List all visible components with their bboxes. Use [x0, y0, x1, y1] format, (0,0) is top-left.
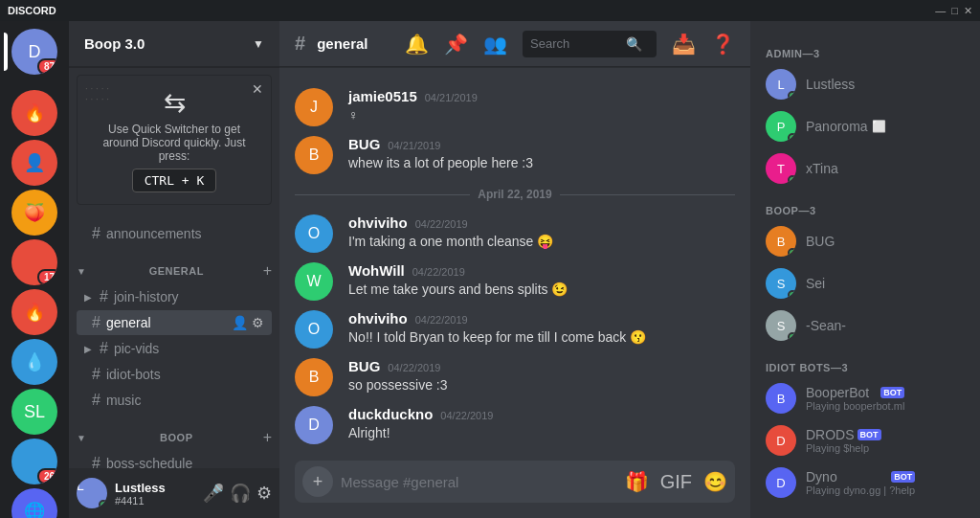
notification-bell-icon[interactable]: 🔔	[405, 33, 429, 56]
message-avatar[interactable]: O	[295, 310, 333, 349]
search-icon[interactable]: 🔍	[626, 36, 642, 52]
server-icon-img-0[interactable]: D87	[11, 29, 57, 75]
member-list: ADMIN—3LLustlessPPanoroma⬜TxTinaBOOP—3BB…	[750, 21, 980, 518]
server-icon-img-8[interactable]: 26	[11, 439, 57, 484]
message-avatar[interactable]: J	[295, 88, 333, 126]
settings-icon[interactable]: ⚙	[252, 315, 264, 330]
server-icon-img-7[interactable]: SL	[11, 389, 57, 435]
message-username[interactable]: WohWill	[348, 262, 405, 279]
message-timestamp: 04/22/2019	[415, 218, 468, 230]
search-bar[interactable]: 🔍	[523, 31, 657, 57]
channel-name-music: music	[106, 393, 264, 408]
channel-item-join-history[interactable]: ▶ # join-history	[77, 284, 272, 309]
channel-name-boss-schedule: boss-schedule	[106, 456, 264, 468]
username: Lustless	[115, 481, 195, 495]
messages-container: Jjamie051504/21/2019♀️BBUG04/21/2019whew…	[279, 67, 750, 461]
message-timestamp: 04/22/2019	[440, 410, 493, 421]
category-boop[interactable]: ▼ BOOP +	[69, 414, 279, 450]
user-avatar[interactable]: L	[77, 478, 107, 508]
quick-switcher-close[interactable]: ✕	[252, 81, 263, 97]
category-add-icon[interactable]: +	[263, 429, 272, 446]
server-icon-img-9[interactable]: 🌐NEW	[11, 488, 57, 518]
server-icon-4[interactable]: 17	[11, 239, 57, 285]
quick-switcher-tooltip: ✕ · · · · ·· · · · · ⇆ Use Quick Switche…	[77, 75, 272, 205]
server-header[interactable]: Boop 3.0 ▼	[69, 21, 279, 67]
channel-item-music[interactable]: # music	[77, 388, 272, 413]
message-avatar[interactable]: O	[295, 214, 333, 253]
attach-button[interactable]: +	[302, 466, 333, 497]
member-item[interactable]: PPanoroma⬜	[758, 105, 972, 147]
gif-icon[interactable]: GIF	[660, 471, 692, 493]
hash-icon: #	[92, 225, 100, 242]
server-icon-7[interactable]: SL	[11, 389, 57, 435]
member-item[interactable]: BBooperBotBOTPlaying booperbot.ml	[758, 377, 972, 419]
settings-icon[interactable]: ⚙	[256, 483, 272, 504]
channel-item-idiot-bots[interactable]: # idiot-bots	[77, 362, 272, 387]
member-item[interactable]: BBUG	[758, 220, 972, 262]
server-icon-img-4[interactable]: 17	[11, 239, 57, 285]
message-group: Dduckduckno04/22/2019Alright!	[279, 402, 750, 448]
message-input-wrap: + 🎁 GIF 😊	[295, 461, 735, 503]
message-username[interactable]: BUG	[348, 358, 380, 374]
category-add-icon[interactable]: +	[263, 262, 272, 280]
server-icon-1[interactable]: 🔥	[11, 90, 57, 136]
quick-switcher-shortcut[interactable]: CTRL + K	[132, 169, 217, 192]
search-input[interactable]	[530, 36, 626, 51]
message-avatar[interactable]: B	[295, 358, 333, 396]
member-info: -Sean-	[806, 318, 846, 333]
message-username[interactable]: ohviviho	[348, 214, 408, 231]
member-name: BooperBot	[806, 385, 878, 400]
server-icon-0[interactable]: D87	[11, 29, 57, 75]
server-icon-8[interactable]: 26	[11, 439, 57, 484]
server-icon-5[interactable]: 🔥	[11, 289, 57, 335]
member-item[interactable]: DDynoBOTPlaying dyno.gg | ?help	[758, 462, 972, 504]
user-info: Lustless #4411	[115, 481, 195, 507]
category-chevron-icon: ▼	[77, 266, 86, 277]
server-icon-2[interactable]: 👤	[11, 140, 57, 186]
maximize-button[interactable]: □	[951, 5, 958, 17]
message-username[interactable]: duckduckno	[348, 406, 433, 422]
member-avatar: T	[766, 153, 796, 184]
message-avatar[interactable]: W	[295, 262, 333, 301]
message-username[interactable]: ohviviho	[348, 310, 408, 327]
server-icon-img-1[interactable]: 🔥	[11, 90, 57, 136]
message-content: BUG04/22/2019so possessive :3	[348, 358, 735, 396]
member-name: Lustless	[806, 77, 855, 92]
server-icon-img-2[interactable]: 👤	[11, 140, 57, 186]
message-avatar[interactable]: B	[295, 136, 333, 174]
input-icons: 🎁 GIF 😊	[625, 470, 727, 493]
deafen-icon[interactable]: 🎧	[230, 483, 251, 504]
minimize-button[interactable]: —	[935, 5, 946, 17]
channel-item-boss-schedule[interactable]: # boss-schedule	[77, 451, 272, 468]
member-item[interactable]: DDRODSBOTPlaying $help	[758, 419, 972, 462]
emoji-icon[interactable]: 😊	[703, 470, 727, 493]
server-icon-img-6[interactable]: 💧	[11, 339, 57, 385]
message-input[interactable]	[341, 474, 625, 490]
member-item[interactable]: S-Sean-	[758, 304, 972, 347]
member-item[interactable]: LLustless	[758, 63, 972, 105]
pin-icon[interactable]: 📌	[444, 33, 468, 56]
member-item[interactable]: SSei	[758, 262, 972, 304]
channel-item-general[interactable]: # general 👤 ⚙	[77, 310, 272, 335]
server-icon-img-5[interactable]: 🔥	[11, 289, 57, 335]
message-username[interactable]: BUG	[348, 136, 380, 152]
channel-header-title: general	[317, 35, 368, 52]
members-icon[interactable]: 👥	[483, 33, 507, 56]
server-icon-img-3[interactable]: 🍑	[11, 190, 57, 236]
server-icon-6[interactable]: 💧	[11, 339, 57, 385]
mute-icon[interactable]: 🎤	[203, 483, 224, 504]
gift-icon[interactable]: 🎁	[625, 470, 649, 493]
inbox-icon[interactable]: 📥	[672, 33, 696, 56]
message-avatar[interactable]: D	[295, 406, 333, 444]
close-button[interactable]: ✕	[964, 5, 972, 17]
member-item[interactable]: TxTina	[758, 147, 972, 190]
add-member-icon[interactable]: 👤	[232, 315, 248, 330]
channel-item-announcements[interactable]: # announcements	[77, 221, 272, 246]
hash-icon: #	[92, 455, 100, 468]
category-general[interactable]: ▼ GENERAL +	[69, 247, 279, 283]
message-username[interactable]: jamie0515	[348, 88, 417, 104]
server-icon-3[interactable]: 🍑	[11, 190, 57, 236]
channel-item-pic-vids[interactable]: ▶ # pic-vids	[77, 336, 272, 361]
help-icon[interactable]: ❓	[711, 33, 735, 56]
server-icon-9[interactable]: 🌐NEW	[11, 488, 57, 518]
